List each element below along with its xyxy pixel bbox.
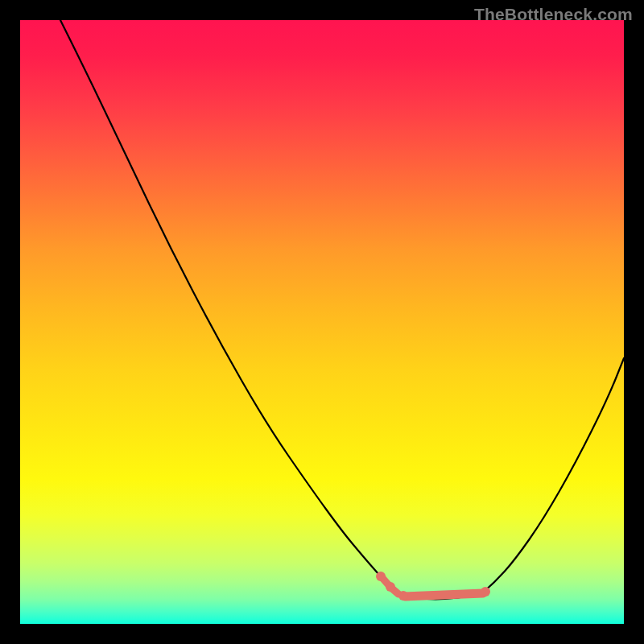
- chart-stage: TheBottleneck.com: [0, 0, 644, 644]
- bottleneck-curve-right: [483, 358, 624, 592]
- optimal-segment-endpoint: [398, 591, 408, 601]
- chart-overlay-svg: [20, 20, 624, 624]
- bottleneck-curve-left: [60, 20, 397, 592]
- optimal-segment-endpoint: [481, 587, 490, 597]
- optimal-highlight-group: [376, 572, 490, 601]
- plot-area: [20, 20, 624, 624]
- optimal-segment-endpoint: [376, 572, 386, 581]
- optimal-segment: [405, 593, 483, 597]
- optimal-segment-endpoint: [386, 582, 395, 592]
- watermark-text: TheBottleneck.com: [474, 5, 633, 24]
